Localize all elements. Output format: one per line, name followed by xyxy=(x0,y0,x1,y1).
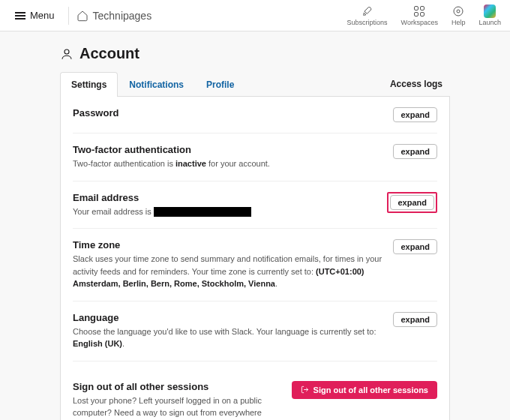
main-container: Account Settings Notifications Profile A… xyxy=(60,45,450,420)
section-twofa: Two-factor authentication Two-factor aut… xyxy=(73,134,437,182)
home-icon xyxy=(76,10,88,22)
topbar-item-label: Help xyxy=(452,19,466,26)
topbar-launch[interactable]: Launch xyxy=(478,5,501,26)
menu-button[interactable]: Menu xyxy=(9,7,61,24)
expand-timezone-button[interactable]: expand xyxy=(393,239,437,254)
menu-label: Menu xyxy=(30,10,55,21)
help-icon xyxy=(452,5,464,17)
svg-point-0 xyxy=(454,7,463,16)
section-desc: Choose the language you'd like to use wi… xyxy=(73,326,386,350)
hamburger-icon xyxy=(15,12,26,20)
svg-point-2 xyxy=(64,50,69,54)
highlight-box: expand xyxy=(387,192,437,213)
topbar-right: Subscriptions Workspaces Help Launch xyxy=(347,5,501,26)
expand-twofa-button[interactable]: expand xyxy=(393,144,437,159)
topbar: Menu Technipages Subscriptions Workspace… xyxy=(0,0,510,32)
topbar-subscriptions[interactable]: Subscriptions xyxy=(347,5,388,26)
expand-email-button[interactable]: expand xyxy=(390,195,434,210)
topbar-help[interactable]: Help xyxy=(452,5,466,26)
expand-password-button[interactable]: expand xyxy=(393,107,437,122)
section-desc: Lost your phone? Left yourself logged in… xyxy=(73,394,284,421)
tab-settings[interactable]: Settings xyxy=(60,72,118,97)
grid-icon xyxy=(413,5,425,17)
section-password: Password expand xyxy=(73,97,437,134)
signout-icon xyxy=(301,386,309,394)
signout-all-button[interactable]: Sign out of all other sessions xyxy=(292,381,437,399)
section-desc: Two-factor authentication is inactive fo… xyxy=(73,158,270,170)
tabs-row: Settings Notifications Profile Access lo… xyxy=(60,71,450,97)
section-desc: Slack uses your time zone to send summar… xyxy=(73,253,386,290)
topbar-item-label: Workspaces xyxy=(401,19,438,26)
rocket-icon xyxy=(362,5,374,17)
topbar-divider xyxy=(68,7,69,25)
section-title: Time zone xyxy=(73,239,386,250)
redacted-email xyxy=(154,207,251,217)
section-email: Email address Your email address is expa… xyxy=(73,182,437,230)
topbar-workspaces[interactable]: Workspaces xyxy=(401,5,438,26)
settings-panel: Password expand Two-factor authenticatio… xyxy=(60,97,450,420)
tab-profile[interactable]: Profile xyxy=(195,72,245,97)
brand-label: Technipages xyxy=(93,10,152,22)
section-title: Password xyxy=(73,107,118,118)
slack-icon xyxy=(484,5,496,17)
section-language: Language Choose the language you'd like … xyxy=(73,302,437,362)
tab-notifications[interactable]: Notifications xyxy=(118,72,195,97)
section-title: Sign out of all other sessions xyxy=(73,381,284,392)
page-title: Account xyxy=(80,45,140,62)
section-signout: Sign out of all other sessions Lost your… xyxy=(73,370,437,421)
tab-access-logs[interactable]: Access logs xyxy=(390,79,450,89)
person-icon xyxy=(60,47,74,61)
page-title-row: Account xyxy=(60,45,450,62)
topbar-item-label: Subscriptions xyxy=(347,19,388,26)
expand-language-button[interactable]: expand xyxy=(393,312,437,327)
section-timezone: Time zone Slack uses your time zone to s… xyxy=(73,229,437,302)
brand[interactable]: Technipages xyxy=(76,10,152,22)
section-title: Two-factor authentication xyxy=(73,144,270,155)
section-title: Language xyxy=(73,312,386,323)
section-desc: Your email address is xyxy=(73,206,251,218)
svg-point-1 xyxy=(457,10,460,13)
section-title: Email address xyxy=(73,192,251,203)
topbar-item-label: Launch xyxy=(478,19,501,26)
